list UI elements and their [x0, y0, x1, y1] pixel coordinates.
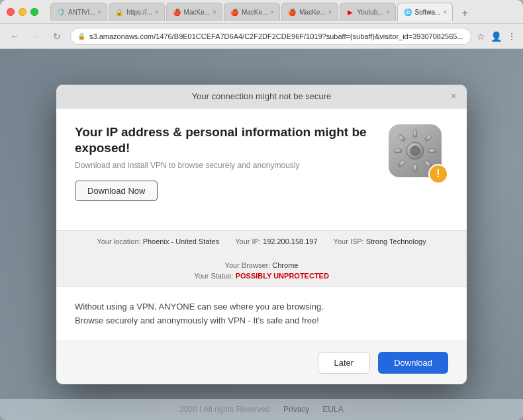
ip-label: Your IP:: [235, 237, 261, 245]
svg-rect-6: [398, 134, 406, 142]
svg-rect-5: [428, 149, 436, 153]
tab-close-macke3[interactable]: ×: [213, 9, 216, 16]
isp-label: Your ISP:: [334, 237, 364, 245]
status-row: Your Status: POSSIBLY UNPROTECTED: [194, 272, 329, 280]
tab-label-youtube: Youtub...: [357, 9, 383, 16]
tab-macke3[interactable]: 🍎 MacKe... ×: [166, 3, 222, 21]
address-bar[interactable]: 🔒 s3.amazonaws.com/1476/B9E01CCEFA7D6A4/…: [70, 28, 471, 45]
browser-info: Your Browser: Chrome: [225, 261, 299, 269]
address-text: s3.amazonaws.com/1476/B9E01CCEFA7D6A4/C2…: [89, 32, 464, 40]
ip-info: Your IP: 192.200.158.197: [235, 237, 317, 245]
svg-rect-8: [398, 159, 406, 167]
tab-label-macke4: MacKe...: [242, 9, 267, 16]
isp-value: Strong Technology: [366, 237, 426, 245]
back-icon: ←: [10, 31, 19, 42]
tab-favicon-antivirus: 🛡️: [56, 7, 66, 17]
minimize-window-button[interactable]: [19, 8, 26, 16]
traffic-lights: [7, 8, 38, 16]
browser-value: Chrome: [272, 261, 298, 269]
tab-favicon-software: 🌐: [403, 7, 412, 17]
tab-antivirus[interactable]: 🛡️ ANTIVI... ×: [50, 3, 107, 21]
browser-window: 🛡️ ANTIVI... × 🔒 https://... × 🍎 MacKe..…: [0, 0, 523, 420]
vpn-text-line1: Without using a VPN, ANYONE can see wher…: [75, 300, 448, 314]
tab-close-antivirus[interactable]: ×: [98, 9, 102, 16]
eula-link[interactable]: EULA: [322, 405, 343, 414]
download-button[interactable]: Download: [378, 352, 448, 374]
isp-info: Your ISP: Strong Technology: [334, 237, 426, 245]
refresh-icon: ↻: [53, 31, 61, 42]
account-icon[interactable]: 👤: [491, 31, 502, 42]
modal-overlay: Your connection might not be secure × Yo…: [0, 49, 523, 420]
close-window-button[interactable]: [7, 8, 15, 16]
menu-icon[interactable]: ⋮: [507, 31, 516, 42]
refresh-button[interactable]: ↻: [49, 28, 65, 44]
tab-favicon-youtube: ▶: [346, 7, 355, 17]
security-modal: Your connection might not be secure × Yo…: [56, 85, 467, 385]
status-label: Your Status:: [194, 272, 234, 280]
bookmark-icon[interactable]: ☆: [477, 31, 485, 42]
later-button[interactable]: Later: [318, 352, 371, 374]
svg-point-1: [410, 146, 420, 155]
modal-footer: Later Download: [56, 341, 467, 384]
alert-subtitle: Download and install VPN to browse secur…: [75, 161, 375, 170]
tab-macke5[interactable]: 🍎 MacKe... ×: [281, 3, 338, 21]
back-button[interactable]: ←: [7, 28, 23, 44]
new-tab-button[interactable]: +: [457, 5, 473, 21]
tab-label-antivirus: ANTIVI...: [68, 9, 95, 16]
tab-favicon-macke5: 🍎: [287, 7, 297, 17]
modal-title: Your connection might not be secure: [192, 91, 332, 101]
copyright-text: 2020 I All rights Reserved: [179, 405, 270, 414]
tab-label-macke3: MacKe...: [184, 9, 210, 16]
tab-label-https2: https://...: [126, 9, 152, 16]
ip-value: 192.200.158.197: [263, 237, 318, 245]
alert-section: Your IP address & personal information m…: [75, 124, 448, 201]
title-bar: 🛡️ ANTIVI... × 🔒 https://... × 🍎 MacKe..…: [0, 0, 523, 24]
forward-icon: →: [31, 31, 40, 42]
location-value: Phoenix - United States: [143, 237, 220, 245]
forward-button[interactable]: →: [28, 28, 44, 44]
status-value: POSSIBLY UNPROTECTED: [236, 272, 329, 280]
tab-favicon-https2: 🔒: [115, 7, 124, 17]
vpn-message: Without using a VPN, ANYONE can see wher…: [56, 287, 467, 341]
tabs-bar: 🛡️ ANTIVI... × 🔒 https://... × 🍎 MacKe..…: [45, 3, 516, 21]
tab-software[interactable]: 🌐 Softwa... ×: [397, 3, 453, 21]
tab-favicon-macke3: 🍎: [172, 7, 181, 17]
tab-label-software: Softwa...: [415, 9, 441, 16]
svg-rect-2: [413, 130, 417, 138]
alert-title: Your IP address & personal information m…: [75, 124, 375, 157]
nav-bar: ← → ↻ 🔒 s3.amazonaws.com/1476/B9E01CCEFA…: [0, 24, 523, 49]
tab-close-software[interactable]: ×: [443, 9, 447, 16]
tab-close-youtube[interactable]: ×: [386, 9, 390, 16]
location-info: Your location: Phoenix - United States: [97, 237, 219, 245]
alert-icon-area: !: [389, 124, 448, 184]
tab-close-macke4[interactable]: ×: [270, 9, 274, 16]
tab-close-https2[interactable]: ×: [155, 9, 159, 16]
tab-close-macke5[interactable]: ×: [328, 9, 332, 16]
page-footer: 2020 I All rights Reserved Privacy EULA: [0, 399, 523, 420]
info-row-1: Your location: Phoenix - United States Y…: [70, 237, 453, 269]
svg-rect-3: [413, 164, 417, 172]
svg-rect-7: [424, 134, 432, 142]
tab-https2[interactable]: 🔒 https://... ×: [109, 3, 164, 21]
modal-body: Your IP address & personal information m…: [56, 108, 467, 230]
tab-macke4[interactable]: 🍎 MacKe... ×: [224, 3, 280, 21]
tab-label-macke5: MacKe...: [299, 9, 325, 16]
warning-badge: !: [428, 164, 448, 184]
location-label: Your location:: [97, 237, 140, 245]
browser-label: Your Browser:: [225, 261, 271, 269]
privacy-link[interactable]: Privacy: [283, 405, 309, 414]
alert-text-area: Your IP address & personal information m…: [75, 124, 375, 201]
browser-content: 977 Your connection might not be secure …: [0, 49, 523, 420]
vpn-text-line2: Browse securely and anonymously with VPN…: [75, 314, 448, 328]
lock-icon: 🔒: [77, 32, 85, 40]
tab-youtube[interactable]: ▶ Youtub... ×: [340, 3, 396, 21]
modal-titlebar: Your connection might not be secure ×: [56, 85, 467, 108]
maximize-window-button[interactable]: [30, 8, 38, 16]
info-bar: Your location: Phoenix - United States Y…: [56, 230, 467, 287]
svg-rect-4: [394, 149, 402, 153]
modal-close-button[interactable]: ×: [448, 91, 459, 101]
tab-favicon-macke4: 🍎: [230, 7, 239, 17]
download-now-button[interactable]: Download Now: [75, 181, 158, 201]
